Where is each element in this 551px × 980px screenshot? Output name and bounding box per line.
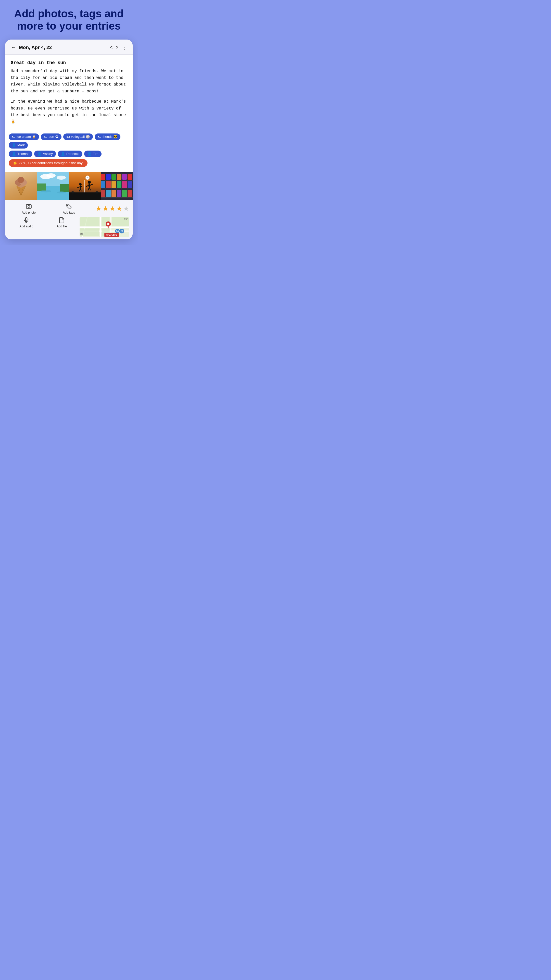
add-file-icon bbox=[59, 217, 65, 224]
svg-rect-55 bbox=[122, 190, 127, 197]
add-audio-icon bbox=[23, 217, 30, 224]
svg-rect-54 bbox=[117, 190, 121, 197]
star-3[interactable]: ★ bbox=[110, 205, 115, 213]
add-tags-label: Add tags bbox=[63, 211, 75, 215]
tag-icon: 🏷 bbox=[44, 135, 48, 139]
svg-point-14 bbox=[41, 190, 51, 192]
svg-rect-43 bbox=[122, 174, 127, 180]
person-icon: 👤 bbox=[87, 152, 92, 156]
entry-date: Mon, Apr 4, 22 bbox=[19, 45, 110, 50]
svg-rect-20 bbox=[89, 184, 90, 187]
entry-body: Had a wonderful day with my friends. We … bbox=[11, 68, 127, 125]
star-2[interactable]: ★ bbox=[103, 205, 108, 213]
svg-rect-39 bbox=[101, 174, 105, 180]
person-icon: 👤 bbox=[61, 152, 65, 156]
svg-rect-53 bbox=[111, 190, 116, 197]
svg-text:22: 22 bbox=[121, 230, 123, 232]
next-entry-button[interactable]: > bbox=[116, 45, 119, 50]
more-options-button[interactable]: ⋮ bbox=[122, 45, 127, 51]
add-audio-label: Add audio bbox=[19, 224, 33, 228]
svg-rect-69 bbox=[79, 217, 99, 226]
add-file-button[interactable]: Add file bbox=[44, 217, 79, 237]
beers-svg bbox=[101, 172, 133, 200]
tag-sun[interactable]: 🏷 sun 🌤 bbox=[41, 134, 62, 140]
add-photo-label: Add photo bbox=[22, 211, 36, 215]
entry-title: Great day in the sun bbox=[11, 60, 127, 65]
journal-card: ← Mon, Apr 4, 22 < > ⋮ Great day in the … bbox=[5, 40, 133, 239]
photos-row bbox=[5, 172, 133, 200]
tag-tim[interactable]: 👤 Tim bbox=[84, 151, 101, 157]
tags-section: 🏷 ice cream 🍦 🏷 sun 🌤 🏷 volleyball 🏐 🏷 f… bbox=[5, 134, 133, 172]
svg-rect-36 bbox=[101, 180, 133, 180]
weather-bar: ☀️ 27°C, Clear conditions throughout the… bbox=[9, 159, 87, 167]
svg-point-33 bbox=[71, 191, 75, 193]
nav-controls: < > ⋮ bbox=[110, 45, 127, 51]
svg-point-9 bbox=[46, 173, 56, 178]
entry-paragraph-2: In the evening we had a nice barbecue at… bbox=[11, 98, 127, 125]
svg-rect-51 bbox=[101, 190, 105, 197]
svg-rect-26 bbox=[79, 186, 81, 189]
weather-text: 27°C, Clear conditions throughout the da… bbox=[19, 161, 83, 165]
bottom-actions-row-2: Add audio Add file bbox=[9, 217, 129, 237]
svg-text:Por: Por bbox=[124, 218, 127, 220]
bottom-bar: Add photo Add tags ★ ★ ★ ★ ★ bbox=[5, 200, 133, 239]
star-4[interactable]: ★ bbox=[116, 205, 122, 213]
add-tags-button[interactable]: Add tags bbox=[49, 203, 89, 215]
svg-rect-37 bbox=[101, 189, 133, 189]
tag-rebecca[interactable]: 👤 Rebecca bbox=[58, 151, 83, 157]
add-audio-button[interactable]: Add audio bbox=[9, 217, 44, 237]
add-tags-icon bbox=[65, 203, 72, 210]
tag-icon: 🏷 bbox=[98, 135, 101, 139]
star-1[interactable]: ★ bbox=[96, 205, 102, 213]
tag-ice-cream[interactable]: 🏷 ice cream 🍦 bbox=[9, 134, 39, 140]
tag-mark[interactable]: 👤 Mark bbox=[9, 142, 28, 148]
entry-content: Great day in the sun Had a wonderful day… bbox=[5, 55, 133, 134]
svg-rect-57 bbox=[26, 204, 32, 208]
photo-volleyball[interactable] bbox=[69, 172, 101, 200]
tag-icon: 🏷 bbox=[12, 135, 15, 139]
svg-rect-13 bbox=[60, 184, 69, 192]
add-file-label: Add file bbox=[57, 224, 67, 228]
svg-point-58 bbox=[28, 205, 30, 207]
tag-label: Ashley bbox=[43, 152, 53, 156]
svg-rect-45 bbox=[101, 181, 105, 188]
svg-rect-42 bbox=[117, 174, 121, 180]
svg-rect-41 bbox=[111, 174, 116, 180]
tag-ashley[interactable]: 👤 Ashley bbox=[34, 151, 56, 157]
photo-beers[interactable] bbox=[101, 172, 133, 200]
map-preview[interactable]: 54 22 Chandler Por ale bbox=[79, 217, 129, 237]
page-headline: Add photos, tags and more to your entrie… bbox=[5, 8, 133, 32]
add-photo-button[interactable]: Add photo bbox=[9, 203, 49, 215]
tag-label: sun 🌤 bbox=[49, 135, 59, 138]
photo-ice-cream[interactable] bbox=[5, 172, 37, 200]
svg-rect-56 bbox=[127, 190, 132, 197]
svg-text:Chandler: Chandler bbox=[106, 234, 117, 236]
tag-friends[interactable]: 🏷 friends 😎 bbox=[95, 134, 121, 140]
map-svg: 54 22 Chandler Por ale bbox=[79, 217, 129, 237]
tag-icon: 🏷 bbox=[66, 135, 70, 139]
svg-rect-50 bbox=[127, 181, 132, 188]
svg-rect-52 bbox=[106, 190, 111, 197]
star-rating[interactable]: ★ ★ ★ ★ ★ bbox=[89, 205, 129, 213]
ice-cream-svg bbox=[14, 176, 28, 196]
star-5[interactable]: ★ bbox=[123, 205, 129, 213]
card-header: ← Mon, Apr 4, 22 < > ⋮ bbox=[5, 40, 133, 55]
tag-thomas[interactable]: 👤 Thomas bbox=[9, 151, 32, 157]
svg-rect-47 bbox=[111, 181, 116, 188]
svg-text:ale: ale bbox=[80, 232, 83, 235]
back-button[interactable]: ← bbox=[11, 44, 16, 51]
tag-volleyball[interactable]: 🏷 volleyball 🏐 bbox=[63, 134, 93, 140]
tag-label: Rebecca bbox=[66, 152, 79, 156]
volleyball-svg bbox=[69, 172, 101, 200]
svg-rect-60 bbox=[25, 218, 27, 221]
svg-text:54: 54 bbox=[116, 230, 119, 232]
person-icon: 👤 bbox=[37, 152, 41, 156]
tags-row-2: 👤 Thomas 👤 Ashley 👤 Rebecca 👤 Tim bbox=[9, 151, 129, 157]
svg-point-6 bbox=[18, 177, 24, 183]
svg-rect-40 bbox=[106, 174, 111, 180]
tags-row-1: 🏷 ice cream 🍦 🏷 sun 🌤 🏷 volleyball 🏐 🏷 f… bbox=[9, 134, 129, 148]
prev-entry-button[interactable]: < bbox=[110, 45, 113, 50]
photo-river[interactable] bbox=[37, 172, 69, 200]
svg-point-25 bbox=[79, 183, 82, 186]
svg-rect-38 bbox=[101, 197, 133, 198]
